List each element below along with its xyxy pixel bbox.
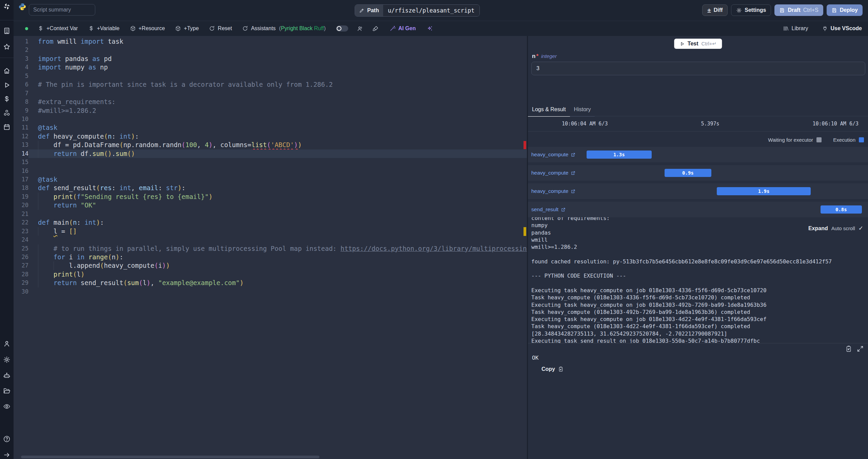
external-link-icon [571,171,576,176]
line-number: 10 [14,115,28,123]
job-link-heavy_compute[interactable]: heavy_compute [531,147,576,162]
code-line-3[interactable]: 3import pandas as pd [14,55,527,63]
code-line-18[interactable]: 18def send_result(res: int, email: str): [14,184,527,192]
arrow-right-icon[interactable] [3,451,11,459]
job-link-heavy_compute[interactable]: heavy_compute [531,183,576,199]
dollar-icon[interactable] [3,95,11,103]
code-line-29[interactable]: 29 return send_result(sum(l), "example@e… [14,279,527,287]
code-line-12[interactable]: 12def heavy_compute(n: int): [14,132,527,141]
code-line-21[interactable]: 21 [14,210,527,218]
cubes-icon[interactable] [3,109,11,117]
code-line-8[interactable]: 8#extra_requirements: [14,98,527,106]
check-icon[interactable]: ✓ [859,225,863,232]
toolbar-item-type[interactable]: +Type [175,25,199,32]
line-number: 23 [14,227,28,236]
toolbar-item-resource[interactable]: +Resource [130,25,165,32]
play-icon[interactable] [3,81,11,89]
horizontal-scrollbar[interactable] [21,456,319,458]
tab-history[interactable]: History [570,104,595,117]
arg-n-label: n* integer [532,53,557,60]
code-line-27[interactable]: 27 l.append(heavy_compute(i)) [14,261,527,270]
log-controls: Expand Auto scroll ✓ [808,225,863,232]
code-line-25[interactable]: 25 # to run things in parallel, simply u… [14,244,527,253]
line-number: 21 [14,210,28,218]
toolbar-item-variable[interactable]: +Variable [88,25,120,32]
execution-bar: 0.8s [821,205,862,214]
robot-icon[interactable] [3,372,11,379]
code-line-7[interactable]: 7 [14,89,527,98]
users-icon[interactable] [357,25,363,32]
code-line-1[interactable]: 1from wmill import task [14,37,527,46]
deploy-button[interactable]: Deploy [827,4,863,16]
assistant-toggle[interactable] [336,25,348,32]
clipboard-icon[interactable] [845,345,852,353]
settings-button[interactable]: Settings [731,4,771,16]
star-icon[interactable] [3,43,11,51]
path-edit-button[interactable]: Path [355,5,383,16]
code-line-30[interactable]: 30 [14,287,527,296]
gear-icon[interactable] [3,356,11,363]
brush-icon[interactable] [372,25,379,32]
python-icon [18,3,26,11]
autoscroll-label: Auto scroll [831,225,855,231]
code-line-2[interactable]: 2 [14,46,527,54]
logs-output[interactable]: content of requirements: numpy pandas wm… [528,217,868,343]
line-number: 27 [14,261,28,270]
maximize-icon[interactable] [856,345,864,353]
use-vscode-button[interactable]: Use VScode [822,25,862,32]
toolbar-item-context-var[interactable]: +Context Var [38,25,78,32]
run-start-time: 10:06:04 AM 6/3 [562,121,608,127]
expand-logs-button[interactable]: Expand [808,225,828,232]
toolbar-item-reset[interactable]: Reset [209,25,232,32]
code-line-19[interactable]: 19 print(f"Sending result {res} to {emai… [14,193,527,201]
code-line-17[interactable]: 17@task [14,175,527,184]
windmill-logo[interactable] [3,3,11,10]
folder-icon[interactable] [3,387,11,395]
arg-n-input[interactable] [531,62,865,75]
script-summary-input[interactable] [29,4,95,16]
script-status-dot [25,27,28,30]
code-line-20[interactable]: 20 return "OK" [14,201,527,209]
diff-button[interactable]: ± Diff [702,4,728,16]
line-number: 7 [14,89,28,98]
line-number: 14 [14,149,28,158]
job-link-heavy_compute[interactable]: heavy_compute [531,165,576,181]
line-number: 8 [14,98,28,106]
code-line-10[interactable]: 10 [14,115,527,123]
code-line-22[interactable]: 22def main(n: int): [14,218,527,227]
code-line-11[interactable]: 11@task [14,123,527,132]
line-number: 25 [14,244,28,253]
timeline-row: heavy_compute1.3s [528,147,868,162]
path-chip[interactable]: Path u/rfiszel/pleasant_script [355,4,480,17]
code-line-23[interactable]: 23 l = [] [14,227,527,236]
user-icon[interactable] [3,340,11,347]
code-line-16[interactable]: 16 [14,167,527,175]
job-link-send_result[interactable]: send_result [531,202,566,217]
eye-icon[interactable] [3,403,11,410]
test-button[interactable]: Test Ctrl+↵ [674,39,722,49]
code-line-28[interactable]: 28 print(l) [14,270,527,279]
tab-logs-result[interactable]: Logs & Result [528,104,570,117]
library-button[interactable]: Library [783,25,808,32]
code-line-5[interactable]: 5 [14,72,527,80]
code-line-9[interactable]: 9#wmill>=1.286.2 [14,106,527,115]
code-line-13[interactable]: 13 df = pd.DataFrame(np.random.randn(100… [14,141,527,149]
sparkles-icon[interactable] [427,25,433,32]
code-line-6[interactable]: 6# The pin is important since task is a … [14,80,527,89]
code-line-24[interactable]: 24 [14,236,527,244]
toolbar-item-assistants[interactable]: Assistants(Pyright Black Ruff) [242,25,326,32]
code-line-14[interactable]: 14 return df.sum().sum() [14,149,527,158]
code-line-4[interactable]: 4import numpy as np [14,63,527,72]
calendar-icon[interactable] [3,123,11,131]
timeline-legend: Waiting for executorExecution [528,132,868,147]
copy-result-button[interactable]: Copy [541,366,564,372]
help-icon[interactable] [3,435,11,443]
ai-gen-button[interactable]: AI Gen [388,25,418,32]
code-line-26[interactable]: 26 for i in range(n): [14,253,527,261]
line-number: 16 [14,167,28,175]
draft-button[interactable]: Draft Ctrl+S [774,4,823,16]
code-line-15[interactable]: 15 [14,158,527,166]
home-icon[interactable] [3,67,11,75]
code-editor[interactable]: 1from wmill import task23import pandas a… [14,36,527,459]
building-icon[interactable] [3,27,11,35]
